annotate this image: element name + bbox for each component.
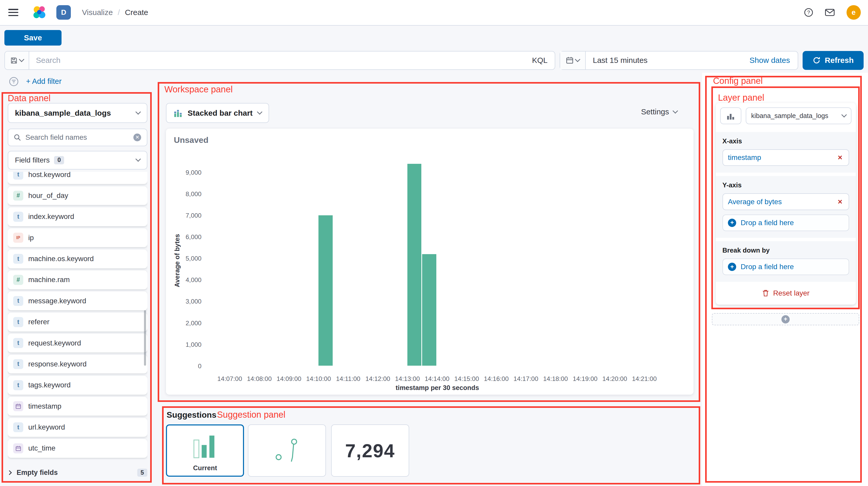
annotation-suggestion-panel-label: Suggestion panel — [217, 410, 286, 420]
elastic-logo-icon[interactable] — [32, 5, 46, 20]
plus-circle-icon: + — [728, 219, 736, 227]
remove-dimension-icon[interactable]: ✕ — [836, 197, 844, 206]
menu-icon[interactable] — [8, 9, 18, 16]
field-filters-toggle[interactable]: Field filters 0 — [8, 151, 147, 170]
plus-icon: + — [781, 315, 790, 323]
drop-field-target[interactable]: +Drop a field here — [722, 215, 849, 231]
x-axis-tick-label: 14:11:00 — [336, 375, 360, 382]
field-list-item[interactable]: IPip — [8, 228, 147, 247]
add-filter-button[interactable]: + Add filter — [26, 77, 62, 86]
breadcrumb-visualize[interactable]: Visualize — [82, 8, 113, 17]
search-icon — [14, 134, 21, 141]
search-control: KQL — [4, 51, 555, 70]
suggestion-current-label: Current — [167, 464, 243, 472]
show-dates-button[interactable]: Show dates — [750, 56, 798, 65]
mail-icon[interactable] — [825, 8, 835, 17]
field-name: ip — [28, 234, 34, 242]
field-filters-label: Field filters — [15, 156, 50, 164]
layer-chart-type-button[interactable] — [720, 107, 741, 124]
field-filters-count-badge: 0 — [54, 156, 64, 164]
field-list-item[interactable]: turl.keyword — [8, 418, 147, 437]
number-field-type-icon: # — [13, 275, 23, 285]
svg-text:?: ? — [807, 9, 810, 15]
breadcrumb-separator: / — [118, 8, 120, 17]
field-list-item[interactable]: tmachine.os.keyword — [8, 250, 147, 268]
field-name: machine.os.keyword — [28, 255, 94, 263]
empty-fields-label: Empty fields — [17, 469, 131, 477]
calendar-icon — [566, 56, 574, 64]
field-list-item[interactable]: trequest.keyword — [8, 334, 147, 352]
clear-search-icon[interactable]: ✕ — [133, 134, 141, 141]
x-axis-tick-label: 14:12:00 — [366, 375, 390, 382]
drop-field-target[interactable]: +Drop a field here — [722, 259, 849, 275]
drop-field-label: Drop a field here — [741, 219, 794, 227]
settings-button[interactable]: Settings — [641, 107, 677, 116]
x-axis-tick-label: 14:18:00 — [543, 375, 568, 382]
x-axis-tick-label: 14:21:00 — [632, 375, 657, 382]
search-input[interactable] — [29, 56, 525, 65]
x-axis-title: timestamp per 30 seconds — [396, 384, 479, 392]
dimension-field-label: Average of bytes — [728, 198, 836, 206]
dimension-field[interactable]: Average of bytes✕ — [722, 193, 849, 210]
layer-index-pattern-select[interactable]: kibana_sample_data_logs — [746, 107, 851, 124]
dimension-group-label: Y-axis — [722, 181, 849, 189]
saved-query-menu-button[interactable] — [5, 52, 29, 69]
suggestion-line-chart[interactable] — [248, 424, 326, 477]
field-name: referer — [28, 318, 50, 326]
x-axis-tick-label: 14:17:00 — [514, 375, 538, 382]
ip-field-type-icon: IP — [13, 233, 23, 243]
empty-fields-toggle[interactable]: Empty fields 5 — [8, 465, 147, 480]
index-pattern-switcher[interactable]: kibana_sample_data_logs — [8, 103, 147, 123]
line-chart-suggestion-icon — [271, 435, 303, 467]
bar — [318, 215, 333, 366]
refresh-button[interactable]: Refresh — [803, 51, 864, 70]
kibana-lens-app: D Visualize / Create ? e Save — [0, 0, 868, 486]
dimension-field[interactable]: timestamp✕ — [722, 149, 849, 166]
breadcrumb-create: Create — [125, 8, 148, 17]
help-icon[interactable]: ? — [804, 8, 813, 17]
top-navigation-bar: D Visualize / Create ? e — [0, 0, 868, 26]
filter-bar: + Add filter — [9, 77, 62, 87]
field-list-item[interactable]: #hour_of_day — [8, 186, 147, 205]
filter-icon[interactable] — [9, 77, 19, 87]
chevron-down-icon — [841, 112, 846, 117]
index-pattern-name: kibana_sample_data_logs — [15, 109, 136, 117]
remove-dimension-icon[interactable]: ✕ — [836, 153, 844, 163]
field-list-item[interactable]: treferer — [8, 313, 147, 332]
reset-layer-button[interactable]: Reset layer — [716, 282, 856, 303]
date-field-type-icon — [13, 443, 23, 453]
field-list-item[interactable]: tresponse.keyword — [8, 355, 147, 374]
time-range-button[interactable]: Last 15 minutes — [586, 56, 655, 65]
field-list-item[interactable]: tmessage.keyword — [8, 291, 147, 310]
chevron-down-icon — [673, 108, 678, 114]
save-button[interactable]: Save — [4, 30, 62, 46]
number-field-type-icon: # — [13, 191, 23, 201]
field-list-item[interactable]: timestamp — [8, 397, 147, 416]
query-language-button[interactable]: KQL — [525, 56, 555, 65]
field-list-item[interactable]: thost.keyword — [8, 172, 147, 184]
user-avatar[interactable]: e — [846, 5, 861, 20]
add-layer-button[interactable]: + — [712, 313, 859, 325]
string-field-type-icon: t — [13, 317, 23, 327]
space-avatar[interactable]: D — [56, 5, 71, 20]
chart-type-switcher[interactable]: Stacked bar chart — [166, 103, 269, 123]
suggestion-metric[interactable]: 7,294 — [331, 424, 409, 477]
query-bar: KQL Last 15 minutes Show dates Refresh — [4, 51, 864, 70]
y-axis-tick-label: 0 — [176, 363, 202, 370]
workspace-chart-panel[interactable]: Unsaved Average of bytes timestamp per 3… — [166, 128, 693, 395]
suggestion-current[interactable]: Current — [166, 424, 244, 477]
field-list-item[interactable]: utc_time — [8, 439, 147, 458]
y-axis-tick-label: 3,000 — [176, 298, 202, 305]
date-quick-select-button[interactable] — [560, 52, 586, 69]
dimension-group-label: X-axis — [722, 137, 849, 145]
field-list-item[interactable]: ttags.keyword — [8, 376, 147, 395]
field-name: response.keyword — [28, 360, 87, 368]
dimension-group: X-axistimestamp✕ — [716, 132, 856, 173]
field-list-item[interactable]: tindex.keyword — [8, 207, 147, 226]
x-axis-tick-label: 14:16:00 — [484, 375, 509, 382]
field-list-scrollbar[interactable] — [144, 310, 146, 366]
field-list-item[interactable]: #machine.ram — [8, 270, 147, 289]
histogram-icon — [726, 112, 735, 120]
annotation-workspace-panel-label: Workspace panel — [164, 84, 232, 94]
field-search-input[interactable] — [25, 133, 129, 142]
